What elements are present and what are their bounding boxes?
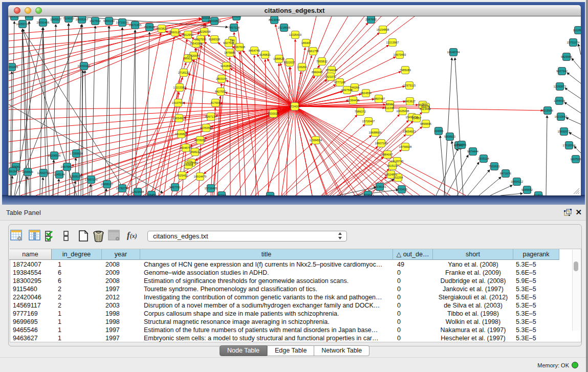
svg-text:1145194: 1145194 xyxy=(54,173,64,176)
svg-text:10655267: 10655267 xyxy=(76,18,89,21)
svg-text:14055721: 14055721 xyxy=(16,23,29,26)
svg-text:17359924: 17359924 xyxy=(70,152,83,155)
svg-text:140994: 140994 xyxy=(184,163,193,166)
svg-text:16154808: 16154808 xyxy=(377,28,389,31)
svg-text:1724001: 1724001 xyxy=(289,105,300,108)
svg-text:9899695: 9899695 xyxy=(420,122,431,125)
svg-text:15716485: 15716485 xyxy=(205,187,217,190)
svg-text:19654923: 19654923 xyxy=(173,117,186,120)
svg-text:7663822: 7663822 xyxy=(156,27,167,30)
svg-text:8186328: 8186328 xyxy=(209,38,220,41)
svg-text:3824554: 3824554 xyxy=(360,92,372,95)
svg-text:16120746: 16120746 xyxy=(391,160,404,163)
svg-text:1803557: 1803557 xyxy=(9,16,20,18)
svg-text:10973493: 10973493 xyxy=(394,53,406,56)
svg-text:2935114: 2935114 xyxy=(478,157,489,160)
svg-text:1065527: 1065527 xyxy=(50,18,61,21)
svg-text:154957: 154957 xyxy=(412,117,422,120)
svg-text:20091406: 20091406 xyxy=(37,21,50,24)
svg-text:9777169: 9777169 xyxy=(334,81,345,84)
svg-text:1615132: 1615132 xyxy=(387,164,398,167)
svg-text:14136141: 14136141 xyxy=(374,185,386,188)
svg-text:6961758: 6961758 xyxy=(308,50,319,53)
svg-text:20975867: 20975867 xyxy=(61,165,74,168)
svg-text:12213967: 12213967 xyxy=(386,41,399,44)
svg-text:5498222: 5498222 xyxy=(189,150,201,154)
svg-text:2803144: 2803144 xyxy=(216,77,227,80)
svg-text:6497568: 6497568 xyxy=(341,89,353,92)
svg-text:11325419: 11325419 xyxy=(289,33,301,36)
svg-text:10025438: 10025438 xyxy=(397,110,409,113)
svg-text:9146821: 9146821 xyxy=(259,53,271,56)
svg-text:2718120: 2718120 xyxy=(178,71,189,74)
svg-text:7106533: 7106533 xyxy=(63,17,74,20)
svg-text:19756928: 19756928 xyxy=(399,145,412,148)
svg-text:8660124: 8660124 xyxy=(169,31,181,34)
svg-text:2367608: 2367608 xyxy=(234,46,245,49)
svg-text:18807249: 18807249 xyxy=(375,142,388,145)
svg-text:157164: 157164 xyxy=(217,194,227,195)
svg-text:98901: 98901 xyxy=(184,57,192,60)
svg-text:20053346: 20053346 xyxy=(78,64,91,68)
svg-text:7515526: 7515526 xyxy=(144,26,155,29)
svg-text:21364436: 21364436 xyxy=(347,99,360,102)
svg-text:16782759: 16782759 xyxy=(116,187,129,190)
svg-text:1527602: 1527602 xyxy=(90,19,101,23)
svg-text:8990443: 8990443 xyxy=(312,71,323,74)
svg-text:8427552: 8427552 xyxy=(215,90,226,93)
svg-text:164095: 164095 xyxy=(434,129,444,133)
svg-text:15720407: 15720407 xyxy=(362,120,375,123)
svg-text:7955812: 7955812 xyxy=(316,60,328,63)
svg-text:39154: 39154 xyxy=(9,170,17,173)
svg-text:163557: 163557 xyxy=(25,16,34,18)
svg-text:1530025: 1530025 xyxy=(268,112,279,115)
svg-text:15692971: 15692971 xyxy=(558,130,571,133)
svg-text:206191: 206191 xyxy=(232,16,242,18)
svg-text:12505135: 12505135 xyxy=(70,175,82,178)
svg-text:12093872: 12093872 xyxy=(554,85,567,88)
svg-text:6794028: 6794028 xyxy=(326,69,337,72)
svg-text:7857224: 7857224 xyxy=(228,26,239,29)
svg-text:16210643: 16210643 xyxy=(555,115,568,118)
svg-text:17957223: 17957223 xyxy=(85,178,98,181)
svg-text:1733426: 1733426 xyxy=(396,188,407,191)
svg-text:10719155: 10719155 xyxy=(116,21,129,24)
svg-text:19654923: 19654923 xyxy=(403,130,416,133)
svg-text:8471676: 8471676 xyxy=(500,172,511,175)
svg-text:926450: 926450 xyxy=(147,193,157,195)
svg-text:12213382: 12213382 xyxy=(173,86,186,89)
svg-text:8322037: 8322037 xyxy=(284,61,295,64)
svg-text:1156829: 1156829 xyxy=(22,170,33,173)
svg-text:16033809: 16033809 xyxy=(208,19,221,23)
svg-text:8267130: 8267130 xyxy=(205,115,216,118)
svg-text:8454749: 8454749 xyxy=(249,49,260,52)
svg-text:817004: 817004 xyxy=(211,101,221,104)
svg-text:335061: 335061 xyxy=(11,165,21,168)
svg-text:9463627: 9463627 xyxy=(404,100,416,103)
svg-text:1244419: 1244419 xyxy=(554,99,565,102)
svg-text:19166829: 19166829 xyxy=(175,133,188,136)
svg-text:103341: 103341 xyxy=(266,194,275,195)
svg-text:16648784: 16648784 xyxy=(447,51,460,54)
svg-text:3912954: 3912954 xyxy=(182,33,193,36)
svg-text:12923448: 12923448 xyxy=(132,190,144,193)
svg-text:11353594: 11353594 xyxy=(200,126,212,129)
svg-text:87964: 87964 xyxy=(364,193,372,195)
svg-text:9327506: 9327506 xyxy=(195,38,206,41)
svg-text:62160: 62160 xyxy=(386,103,394,106)
svg-text:15751074: 15751074 xyxy=(567,41,580,44)
svg-text:9245652: 9245652 xyxy=(521,188,533,191)
svg-text:10807487: 10807487 xyxy=(373,97,385,100)
svg-text:919786: 919786 xyxy=(457,143,467,146)
svg-text:9474444: 9474444 xyxy=(467,150,478,153)
svg-text:10958107: 10958107 xyxy=(101,183,114,186)
svg-text:7625402: 7625402 xyxy=(177,174,188,177)
svg-text:12942737: 12942737 xyxy=(37,171,50,174)
svg-text:1167533: 1167533 xyxy=(570,158,581,161)
svg-text:19218506: 19218506 xyxy=(278,26,291,29)
svg-text:1621072: 1621072 xyxy=(325,75,336,78)
svg-text:10543362: 10543362 xyxy=(190,42,203,45)
svg-text:9884067: 9884067 xyxy=(382,153,393,156)
svg-text:17016504: 17016504 xyxy=(563,144,576,147)
svg-text:8813054: 8813054 xyxy=(269,18,280,21)
